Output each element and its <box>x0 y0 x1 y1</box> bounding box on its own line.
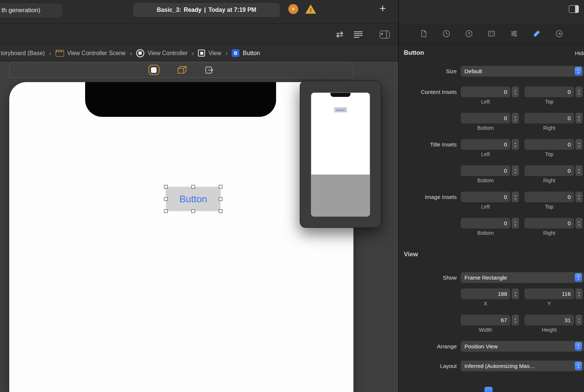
error-badge-icon[interactable]: ✕ <box>288 4 298 14</box>
editor-toolbar: ⇄ + <box>0 24 398 45</box>
stepper-icon[interactable]: ▴▾ <box>512 218 519 229</box>
breadcrumb-separator: › <box>48 49 51 57</box>
stepper-icon[interactable]: ▴▾ <box>512 288 519 299</box>
code-review-icon[interactable]: ⇄ <box>332 30 347 39</box>
breadcrumb-separator: › <box>225 49 228 57</box>
toggle-inspector-icon[interactable] <box>569 5 579 13</box>
show-label: Show <box>399 272 457 283</box>
add-editor-icon[interactable]: + <box>378 30 391 39</box>
breadcrumb-storyboard[interactable]: toryboard (Base) <box>1 50 45 57</box>
section-title: View <box>404 251 418 258</box>
selection-handle[interactable] <box>164 185 168 189</box>
section-title: Button <box>404 49 424 57</box>
stepper-icon[interactable]: ▴▾ <box>512 165 519 176</box>
xcode-window: th generation) Basic_3: Ready | Today at… <box>0 0 584 392</box>
stepper-icon[interactable]: ▴▾ <box>512 192 519 202</box>
layout-dropdown[interactable]: Inferred (Autoresizing Mas… ▴▾ <box>461 361 584 371</box>
image-insets-left-field[interactable]: 0 <box>461 192 510 202</box>
size-dropdown[interactable]: Default ▴▾ <box>461 66 584 77</box>
selection-handle[interactable] <box>164 197 168 201</box>
frame-width-field[interactable]: 67 <box>461 315 510 325</box>
stepper-icon[interactable]: ▴▾ <box>575 87 583 97</box>
image-insets-right-field[interactable]: 0 <box>524 218 574 229</box>
stepper-icon[interactable]: ▴▾ <box>512 139 519 150</box>
content-insets-right-field[interactable]: 0 <box>524 113 574 124</box>
clipped-control[interactable] <box>484 387 493 392</box>
breadcrumb-view[interactable]: View <box>198 50 221 57</box>
stepper-icon[interactable]: ▴▾ <box>575 192 583 202</box>
size-label: Size <box>399 66 457 77</box>
warning-badge-icon[interactable]: ! <box>305 4 316 14</box>
selection-handle[interactable] <box>191 185 195 189</box>
preview-notch <box>330 93 350 97</box>
title-insets-bottom-field[interactable]: 0 <box>461 165 510 176</box>
content-insets-top-field[interactable]: 0 <box>524 87 574 97</box>
layout-label: Layout <box>399 361 457 371</box>
title-insets-group: Title Insets 0 ▴▾ Left 0 ▴▾ <box>399 139 584 183</box>
image-insets-top-field[interactable]: 0 <box>524 192 574 202</box>
dropdown-stepper-icon: ▴▾ <box>575 342 582 351</box>
breadcrumb-scene[interactable]: View Controller Scene <box>56 50 126 57</box>
project-name: Basic_3: <box>157 7 181 13</box>
stepper-icon[interactable]: ▴▾ <box>575 218 583 229</box>
status-separator: | <box>204 7 205 13</box>
selection-handle[interactable] <box>191 209 195 213</box>
stepper-icon[interactable]: ▴▾ <box>575 113 583 124</box>
arrange-row: Arrange Position View ▴▾ <box>399 341 584 352</box>
selection-handle[interactable] <box>219 185 222 189</box>
scene-icon <box>56 50 64 57</box>
content-insets-group: Content Insets 0 ▴▾ Left 0 ▴▾ <box>399 87 584 131</box>
breadcrumb-separator: › <box>130 49 132 57</box>
content-insets-bottom-field[interactable]: 0 <box>461 113 510 124</box>
identity-inspector-tab[interactable] <box>487 29 496 38</box>
title-insets-top-field[interactable]: 0 <box>524 139 574 150</box>
exit-segue-icon[interactable] <box>205 65 215 75</box>
dropdown-stepper-icon: ▴▾ <box>575 67 582 75</box>
show-row: Show Frame Rectangle ▴▾ <box>399 272 584 283</box>
stepper-icon[interactable]: ▴▾ <box>512 315 519 325</box>
image-insets-bottom-field[interactable]: 0 <box>461 218 510 229</box>
view-controller-icon <box>136 49 144 57</box>
size-inspector-tab[interactable] <box>532 29 541 38</box>
attributes-inspector-tab[interactable] <box>509 29 519 38</box>
stepper-icon[interactable]: ▴▾ <box>575 288 583 299</box>
adjust-editor-options-icon[interactable] <box>354 30 366 39</box>
frame-size-row: 67 ▴▾ Width 31 ▴▾ Height <box>399 315 584 333</box>
storyboard-canvas[interactable]: Button Button <box>0 61 398 392</box>
canvas-preview-panel[interactable]: Button <box>300 81 381 228</box>
selection-handle[interactable] <box>164 209 168 213</box>
selection-handle[interactable] <box>219 209 222 213</box>
view-controller-dock-icon[interactable] <box>148 65 160 75</box>
stepper-icon[interactable]: ▴▾ <box>575 165 583 176</box>
stepper-icon[interactable]: ▴▾ <box>512 113 519 124</box>
connections-inspector-tab[interactable] <box>554 29 564 38</box>
view-icon <box>198 50 205 57</box>
quick-help-inspector-tab[interactable]: ? <box>464 29 474 38</box>
hide-section-button[interactable]: Hide <box>575 50 584 56</box>
run-destination-button[interactable]: th generation) <box>0 3 62 17</box>
stepper-icon[interactable]: ▴▾ <box>512 87 519 97</box>
frame-y-field[interactable]: 116 <box>524 288 574 299</box>
frame-height-field[interactable]: 31 <box>524 315 574 325</box>
selection-handle[interactable] <box>219 197 222 201</box>
breadcrumb-view-controller[interactable]: View Controller <box>136 49 188 57</box>
scene-dock <box>9 62 353 78</box>
file-inspector-tab[interactable] <box>419 29 429 38</box>
first-responder-icon[interactable] <box>177 65 187 74</box>
svg-text:?: ? <box>467 31 470 36</box>
title-insets-left-field[interactable]: 0 <box>461 139 510 150</box>
title-insets-right-field[interactable]: 0 <box>524 165 574 176</box>
library-add-button[interactable]: + <box>377 2 389 15</box>
show-dropdown[interactable]: Frame Rectangle ▴▾ <box>461 272 584 283</box>
canvas-button[interactable]: Button <box>166 187 221 211</box>
arrange-dropdown[interactable]: Position View ▴▾ <box>461 341 584 352</box>
frame-xy-row: 188 ▴▾ X 116 ▴▾ Y <box>399 288 584 307</box>
frame-x-field[interactable]: 188 <box>461 288 510 299</box>
breadcrumb-button[interactable]: B Button <box>232 49 260 57</box>
stepper-icon[interactable]: ▴▾ <box>575 315 583 325</box>
preview-offscreen-region <box>311 175 370 217</box>
activity-status-view[interactable]: Basic_3: Ready | Today at 7:19 PM <box>133 3 280 17</box>
content-insets-left-field[interactable]: 0 <box>461 87 510 97</box>
stepper-icon[interactable]: ▴▾ <box>575 139 583 150</box>
history-inspector-tab[interactable] <box>442 29 451 38</box>
